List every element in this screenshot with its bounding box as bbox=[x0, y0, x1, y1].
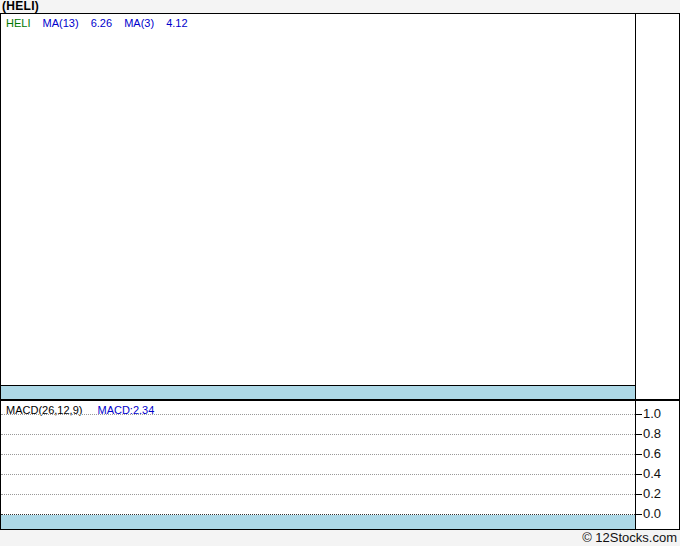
macd-ytick-label: 0.6 bbox=[643, 446, 679, 462]
ma3-label: MA(3) bbox=[124, 17, 154, 29]
y-axis-tick bbox=[635, 514, 642, 515]
macd-gridline bbox=[1, 494, 635, 495]
y-axis-tick bbox=[635, 414, 642, 415]
symbol-label: HELI bbox=[6, 17, 30, 29]
chart-symbol-title: (HELI) bbox=[2, 0, 39, 13]
macd-gridline bbox=[1, 474, 635, 475]
date-axis-band bbox=[1, 385, 635, 399]
y-axis-tick bbox=[635, 454, 642, 455]
date-axis-band bbox=[1, 515, 635, 529]
stock-chart-page: (HELI) HELI MA(13) 6.26 MA(3) 4.12 MACD(… bbox=[0, 0, 680, 546]
macd-ytick-label: 0.2 bbox=[643, 486, 679, 502]
site-credit: © 12Stocks.com bbox=[582, 530, 677, 546]
macd-gridline bbox=[1, 434, 635, 435]
macd-panel: MACD(26,12,9) MACD:2.34 1.0 0.8 0.6 0.4 … bbox=[0, 400, 680, 530]
macd-ytick-label: 0.4 bbox=[643, 466, 679, 482]
ma13-label: MA(13) bbox=[43, 17, 79, 29]
y-axis-separator-line bbox=[635, 14, 636, 399]
ma3-value: 4.12 bbox=[166, 17, 187, 29]
macd-gridline bbox=[1, 454, 635, 455]
macd-ytick-label: 1.0 bbox=[643, 406, 679, 422]
ma13-value: 6.26 bbox=[91, 17, 112, 29]
y-axis-tick bbox=[635, 474, 642, 475]
macd-gridline bbox=[1, 414, 635, 415]
macd-ytick-label: 0.8 bbox=[643, 426, 679, 442]
y-axis-tick bbox=[635, 494, 642, 495]
y-axis-tick bbox=[635, 434, 642, 435]
price-chart-panel: HELI MA(13) 6.26 MA(3) 4.12 bbox=[0, 13, 680, 400]
y-axis-separator-line bbox=[635, 401, 636, 529]
macd-ytick-label: 0.0 bbox=[643, 506, 679, 522]
price-chart-legend: HELI MA(13) 6.26 MA(3) 4.12 bbox=[6, 17, 197, 29]
